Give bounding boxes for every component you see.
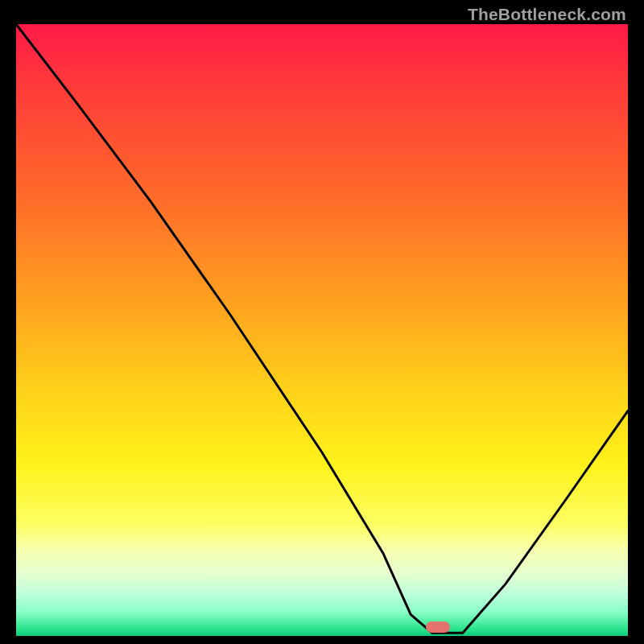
optimal-point-marker: [426, 621, 450, 633]
bottleneck-curve-path: [16, 24, 628, 633]
outer-frame: TheBottleneck.com: [0, 0, 644, 644]
watermark-text: TheBottleneck.com: [468, 5, 626, 24]
chart-curve-svg: [16, 24, 628, 636]
